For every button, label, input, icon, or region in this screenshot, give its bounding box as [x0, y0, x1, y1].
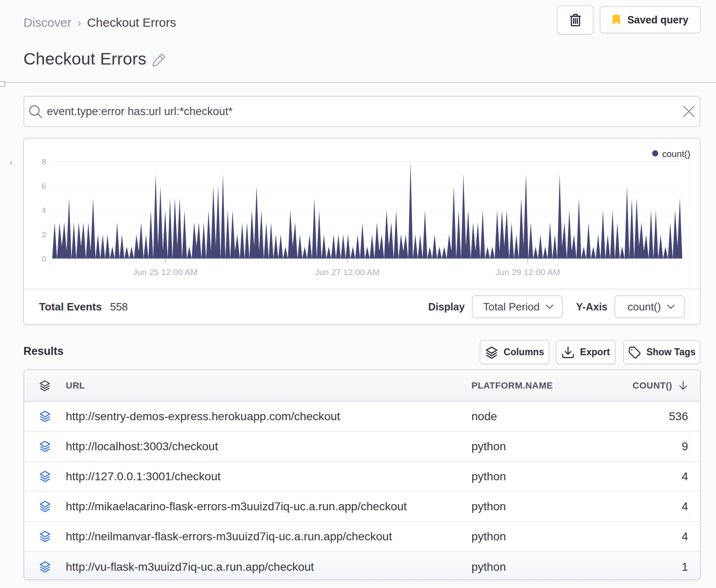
- svg-text:Jun 25 12:00 AM: Jun 25 12:00 AM: [133, 267, 198, 277]
- svg-text:count(): count(): [662, 149, 690, 159]
- svg-text:Jun 27 12:00 AM: Jun 27 12:00 AM: [315, 267, 380, 277]
- svg-text:2: 2: [42, 230, 46, 239]
- svg-text:0: 0: [42, 255, 46, 263]
- svg-text:6: 6: [42, 182, 46, 190]
- svg-text:Jun 29 12:00 AM: Jun 29 12:00 AM: [495, 267, 560, 277]
- svg-text:4: 4: [42, 206, 46, 215]
- svg-text:8: 8: [42, 157, 46, 166]
